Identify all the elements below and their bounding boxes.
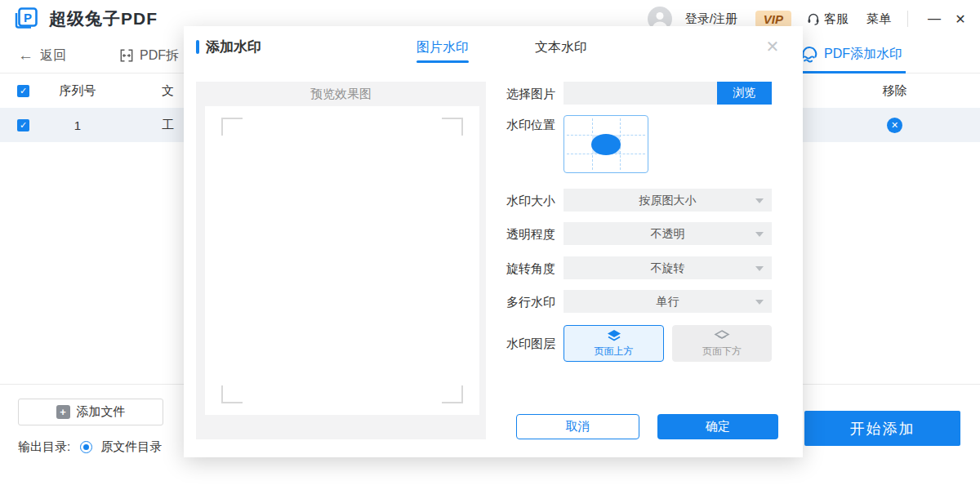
select-image-input[interactable]	[564, 82, 717, 105]
multiline-dropdown[interactable]: 单行	[564, 290, 772, 313]
watermark-size-value: 按原图大小	[564, 189, 772, 212]
position-dot[interactable]	[591, 134, 621, 155]
rotation-dropdown[interactable]: 不旋转	[564, 256, 772, 279]
title-accent-bar	[196, 40, 199, 54]
modal-title: 添加水印	[206, 38, 261, 56]
login-register-link[interactable]: 登录/注册	[685, 11, 737, 27]
titlebar-separator	[907, 11, 908, 27]
app-logo-icon: P	[13, 6, 39, 32]
app-title: 超级兔子PDF	[49, 0, 158, 38]
multiline-value: 单行	[564, 290, 772, 313]
modal-close-icon[interactable]: ✕	[762, 36, 783, 57]
svg-text:P: P	[24, 11, 32, 24]
row-filename: 工	[162, 108, 186, 142]
support-button[interactable]: 客服	[806, 11, 849, 27]
crop-corner-bottom-left	[221, 385, 243, 403]
layer-below-label: 页面下方	[702, 345, 742, 359]
output-directory-value: 原文件目录	[100, 439, 162, 455]
preview-title: 预览效果图	[196, 82, 486, 106]
chevron-down-icon	[755, 266, 764, 271]
confirm-button[interactable]: 确定	[657, 414, 778, 439]
menu-button[interactable]: 菜单	[866, 11, 891, 27]
column-header-filename: 文	[162, 74, 186, 108]
layer-below-button[interactable]: 页面下方	[672, 325, 772, 362]
pdf-add-watermark-label: PDF添加水印	[824, 46, 902, 63]
browse-button[interactable]: 浏览	[717, 82, 772, 105]
modal-title-block: 添加水印	[196, 38, 261, 56]
column-header-remove: 移除	[856, 74, 933, 108]
support-label: 客服	[824, 11, 849, 27]
watermark-size-label: 水印大小	[506, 194, 555, 209]
multiline-label: 多行水印	[506, 295, 555, 310]
row-checkbox[interactable]: ✓	[17, 119, 29, 131]
file-plus-icon: +	[56, 405, 70, 419]
original-directory-radio[interactable]	[80, 441, 92, 453]
add-watermark-modal: 添加水印 图片水印 文本水印 ✕ 预览效果图 选择图片 浏览 水印位置	[184, 26, 803, 457]
cancel-button[interactable]: 取消	[516, 414, 639, 439]
tab-pdf-add-watermark[interactable]: PDF添加水印	[796, 38, 906, 74]
watermark-position-label: 水印位置	[506, 118, 555, 133]
vip-badge[interactable]: VIP	[755, 11, 791, 28]
add-files-label: 添加文件	[77, 404, 126, 420]
layers-filled-icon	[606, 329, 622, 343]
chevron-down-icon	[755, 232, 764, 237]
opacity-value: 不透明	[564, 222, 772, 245]
minimize-button[interactable]: —	[923, 7, 946, 30]
layers-outline-icon	[714, 329, 730, 343]
back-label: 返回	[40, 47, 66, 65]
preview-canvas	[205, 106, 479, 415]
pdf-split-icon	[118, 47, 135, 64]
row-serial: 1	[41, 108, 114, 142]
active-tab-underline	[416, 60, 469, 63]
opacity-dropdown[interactable]: 不透明	[564, 222, 772, 245]
layer-above-label: 页面上方	[595, 345, 634, 359]
tab-image-watermark[interactable]: 图片水印	[416, 39, 469, 56]
output-directory-row: 输出目录: 原文件目录	[18, 439, 162, 455]
add-files-button[interactable]: + 添加文件	[18, 399, 163, 425]
opacity-label: 透明程度	[506, 227, 555, 243]
tab-pdf-split[interactable]: PDF拆	[118, 38, 179, 74]
column-header-serial: 序列号	[41, 74, 114, 108]
remove-file-button[interactable]: ✕	[887, 118, 902, 133]
app-window: P 超级兔子PDF 登录/注册 VIP 客服	[0, 0, 980, 490]
preview-panel: 预览效果图	[196, 82, 486, 439]
select-image-label: 选择图片	[506, 87, 555, 102]
rotation-value: 不旋转	[564, 256, 772, 279]
crop-corner-bottom-right	[442, 385, 463, 403]
layer-above-button[interactable]: 页面上方	[564, 325, 664, 362]
close-window-button[interactable]: ✕	[949, 7, 972, 30]
crop-corner-top-right	[442, 118, 463, 136]
watermark-position-picker[interactable]	[564, 115, 648, 173]
output-directory-label: 输出目录:	[18, 439, 70, 455]
back-button[interactable]: ← 返回	[18, 38, 66, 74]
watermark-size-dropdown[interactable]: 按原图大小	[564, 189, 772, 212]
layer-label: 水印图层	[506, 336, 555, 352]
chevron-down-icon	[755, 198, 764, 203]
headset-icon	[806, 11, 821, 26]
rotation-label: 旋转角度	[506, 261, 555, 277]
tab-text-watermark[interactable]: 文本水印	[535, 39, 587, 56]
back-arrow-icon: ←	[18, 47, 33, 65]
pdf-split-label: PDF拆	[140, 47, 179, 65]
crop-corner-top-left	[221, 118, 243, 136]
start-add-button[interactable]: 开始添加	[804, 411, 960, 446]
chevron-down-icon	[755, 300, 764, 305]
select-all-checkbox[interactable]: ✓	[17, 85, 29, 97]
